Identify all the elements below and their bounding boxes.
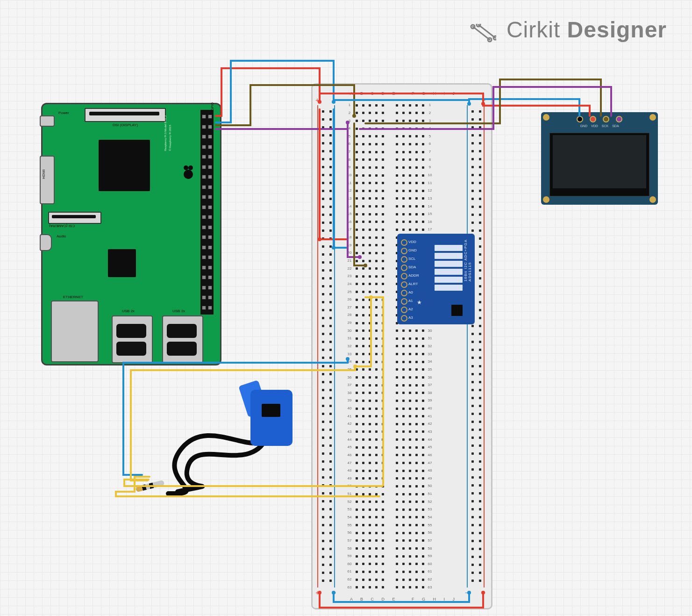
power-label: Power xyxy=(58,111,69,115)
rail-plus-icon: + xyxy=(482,97,485,103)
svg-point-6 xyxy=(184,170,193,179)
rail-minus-icon: − xyxy=(465,97,469,103)
svg-line-0 xyxy=(473,27,490,40)
rail-holes xyxy=(320,110,326,583)
dsi-slot xyxy=(89,112,159,115)
rail-holes xyxy=(470,110,475,583)
ads-pin-label: A0 xyxy=(408,290,413,294)
oled-screen xyxy=(553,135,646,188)
csi-label: CSI (CAMERA) xyxy=(49,224,75,228)
ads-pin-label: ADDR xyxy=(408,273,419,278)
ads-pin-label: SCL xyxy=(408,257,416,261)
rail-plus-icon: + xyxy=(482,589,485,596)
rail-plus-icon: + xyxy=(315,589,319,596)
brand-text-prefix: Cirkit xyxy=(507,17,560,42)
col-labels-left: A B C D E xyxy=(350,91,399,96)
svg-line-1 xyxy=(478,25,495,38)
app-logo: Cirkit Designer xyxy=(470,17,667,43)
usb2-label: USB 2x xyxy=(172,309,185,313)
raspberry-pi-board[interactable]: DSI (DISPLAY) Power HDMI CSI (CAMERA) Au… xyxy=(41,103,221,365)
model-line2: © Raspberry Pi 2015 xyxy=(169,125,171,151)
ads-pin-sda[interactable] xyxy=(401,265,407,271)
breadboard[interactable]: + − + − + − + − A B C D E F G H I J A B … xyxy=(311,83,492,609)
rail-holes xyxy=(328,110,333,583)
oled-display[interactable]: GND VDD SCK SDA xyxy=(541,112,658,205)
svg-point-8 xyxy=(188,165,193,170)
ads-pin-a3[interactable] xyxy=(401,315,407,322)
csi-slot xyxy=(52,215,96,218)
gpio-label: GPIO xyxy=(211,102,214,111)
ads-pin-label: ALRT xyxy=(408,282,418,286)
ethernet-port xyxy=(51,301,99,362)
hdmi-port xyxy=(40,156,55,204)
rail-holes xyxy=(477,110,483,583)
aux-chip xyxy=(108,249,136,277)
col-labels-left: A B C D E xyxy=(350,597,399,602)
ads-pin-label: VDD xyxy=(408,240,416,244)
ethernet-label: ETHERNET xyxy=(63,295,83,299)
usb-port-2 xyxy=(162,315,203,363)
usb-icon xyxy=(116,342,146,356)
adafruit-star-icon: ★ xyxy=(417,299,422,306)
usb-icon xyxy=(167,324,197,338)
model-line1: Raspberry Pi 3 Model B v1.2 xyxy=(164,115,167,151)
raspberry-pi-logo-icon xyxy=(182,164,195,180)
oled-bezel xyxy=(549,133,649,196)
breadboard-icon xyxy=(470,22,496,41)
usb-port-1 xyxy=(112,315,153,363)
audio-jack xyxy=(40,234,52,251)
brand-text-suffix: Designer xyxy=(567,17,667,42)
breadboard-rail-right: + − + − xyxy=(468,96,485,597)
soc-chip xyxy=(99,140,150,191)
ads1115-module[interactable]: 16Bit I2C ADC+PGA ADS1115 ★ VDDGNDSCLSDA… xyxy=(397,234,475,324)
ads-pin-alrt[interactable] xyxy=(401,281,407,288)
ads1115-chip-icon xyxy=(451,305,463,316)
current-clamp-sensor[interactable] xyxy=(140,382,308,489)
rail-minus-icon: − xyxy=(332,97,336,103)
usb-icon xyxy=(116,324,146,338)
ads1115-silkscreen xyxy=(435,245,467,292)
clamp-body xyxy=(243,382,299,452)
power-port xyxy=(40,115,55,127)
ads-pin-a1[interactable] xyxy=(401,298,407,305)
usb1-label: USB 2x xyxy=(122,309,135,313)
rail-minus-icon: − xyxy=(465,589,469,596)
rail-plus-icon: + xyxy=(315,97,319,103)
ads-pin-a0[interactable] xyxy=(401,290,407,296)
usb-icon xyxy=(167,342,197,356)
col-labels-right: F G H I J xyxy=(412,91,458,96)
ads-pin-a2[interactable] xyxy=(401,307,407,313)
dsi-label: DSI (DISPLAY) xyxy=(113,123,138,127)
svg-point-7 xyxy=(184,165,188,170)
ads-pin-scl[interactable] xyxy=(401,256,407,263)
ads-pin-label: GND xyxy=(408,248,417,252)
col-labels-right: F G H I J xyxy=(412,597,458,602)
hdmi-label: HDMI xyxy=(42,170,46,179)
ads-pin-gnd[interactable] xyxy=(401,248,407,254)
ads-pin-label: A3 xyxy=(408,315,413,320)
audio-label: Audio xyxy=(57,234,66,238)
ads-pin-label: A2 xyxy=(408,307,413,311)
ads-pin-vdd[interactable] xyxy=(401,239,407,246)
oled-pin-row xyxy=(577,116,622,122)
breadboard-matrix: 1122334455667788991010111112121313141415… xyxy=(346,101,457,591)
rail-minus-icon: − xyxy=(332,589,336,596)
gpio-header[interactable] xyxy=(200,110,214,315)
breadboard-rail-left: + − + − xyxy=(318,96,336,597)
ads-pin-label: SDA xyxy=(408,265,416,269)
ads-pin-label: A1 xyxy=(408,299,413,303)
ads-pin-addr[interactable] xyxy=(401,273,407,279)
oled-pin-labels: GND VDD SCK SDA xyxy=(580,124,619,128)
